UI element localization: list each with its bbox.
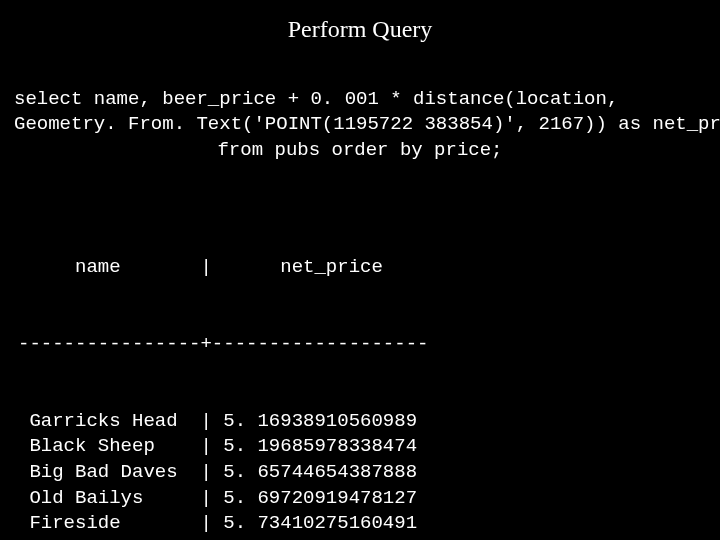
query-line-1: select name, beer_price + 0. 001 * dista… [14, 88, 618, 110]
results-table: name | net_price ----------------+------… [18, 204, 706, 540]
results-header: name | net_price [18, 255, 706, 281]
sql-query-block: select name, beer_price + 0. 001 * dista… [14, 61, 706, 164]
table-row: Old Bailys | 5. 69720919478127 [18, 486, 706, 512]
table-row: Black Sheep | 5. 19685978338474 [18, 434, 706, 460]
results-rows: Garricks Head | 5. 16938910560989 Black … [18, 409, 706, 540]
slide-container: Perform Query select name, beer_price + … [0, 0, 720, 540]
table-row: Big Bad Daves | 5. 65744654387888 [18, 460, 706, 486]
slide-title: Perform Query [14, 16, 706, 43]
query-line-2: Geometry. From. Text('POINT(1195722 3838… [14, 113, 720, 135]
table-row: Garricks Head | 5. 16938910560989 [18, 409, 706, 435]
table-row: Fireside | 5. 73410275160491 [18, 511, 706, 537]
query-line-3: from pubs order by price; [217, 139, 502, 161]
results-divider: ----------------+------------------- [18, 332, 706, 358]
